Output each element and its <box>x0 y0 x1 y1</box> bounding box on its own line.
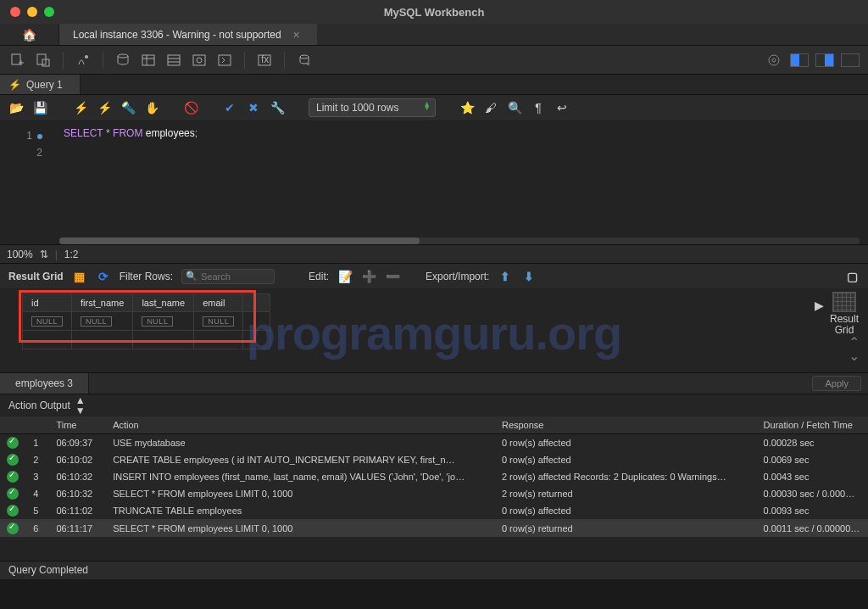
apply-button[interactable]: Apply <box>812 376 861 391</box>
col-header-first-name[interactable]: first_name <box>72 294 133 312</box>
svg-rect-5 <box>142 55 154 65</box>
connection-tab-label: Local instance 3306 - Warning - not supp… <box>73 29 281 41</box>
export-icon[interactable]: ⬆ <box>498 269 513 284</box>
scroll-chevrons[interactable]: ⌃⌄ <box>849 336 860 363</box>
ok-icon <box>7 522 19 534</box>
wrap-cell-icon[interactable]: ▢ <box>844 269 860 284</box>
explain-icon[interactable]: 🔦 <box>120 100 136 115</box>
toggle-whitespace-icon[interactable]: 🔧 <box>270 100 285 115</box>
col-header-last-name[interactable]: last_name <box>133 294 194 312</box>
db-icon[interactable] <box>114 51 132 70</box>
sql-editor[interactable]: 1 2 SELECT * FROM employees; <box>0 120 868 244</box>
action-output-row[interactable]: 106:09:37USE mydatabase0 row(s) affected… <box>0 434 868 452</box>
grid-view-icon[interactable]: ▦ <box>72 269 87 284</box>
filter-rows-label: Filter Rows: <box>120 271 173 282</box>
result-table[interactable]: id first_name last_name email NULL NULL … <box>22 293 270 349</box>
action-output-row[interactable]: 506:11:02TRUNCATE TABLE employees0 row(s… <box>0 502 868 519</box>
null-cell: NULL <box>31 316 63 327</box>
action-output-table: Time Action Response Duration / Fetch Ti… <box>0 416 868 537</box>
svg-point-12 <box>300 55 309 59</box>
wrap-icon[interactable]: ↩ <box>554 100 570 115</box>
main-toolbar: fx <box>0 46 868 75</box>
result-toolbar: Result Grid ▦ ⟳ Filter Rows: Edit: 📝 ➕ ➖… <box>0 263 868 288</box>
ao-col-action[interactable]: Action <box>106 416 495 434</box>
new-sql-tab-icon[interactable] <box>8 51 27 70</box>
import-icon[interactable]: ⬇ <box>521 269 537 284</box>
editor-gutter: 1 2 <box>0 120 51 244</box>
open-sql-icon[interactable] <box>34 51 53 70</box>
action-output-row[interactable]: 606:11:17SELECT * FROM employees LIMIT 0… <box>0 519 868 536</box>
execute-icon[interactable]: ⚡ <box>73 100 88 115</box>
connection-tab[interactable]: Local instance 3306 - Warning - not supp… <box>59 24 317 45</box>
db-table-icon[interactable] <box>164 51 183 70</box>
open-file-icon[interactable]: 📂 <box>8 100 24 115</box>
db-func-icon[interactable]: fx <box>255 51 274 70</box>
db-schema-icon[interactable] <box>139 51 158 70</box>
panel-left-toggle[interactable] <box>790 53 809 67</box>
server-status-icon[interactable] <box>74 51 92 70</box>
stop-icon[interactable]: ✋ <box>144 100 159 115</box>
refresh-icon[interactable]: ⟳ <box>96 269 111 284</box>
table-row[interactable]: NULL NULL NULL NULL <box>23 312 270 331</box>
ok-icon <box>7 505 19 517</box>
favorite-icon[interactable]: ⭐ <box>459 100 475 115</box>
add-row-icon[interactable]: ➕ <box>361 269 376 284</box>
result-tabbar: employees 3 Apply <box>0 372 868 394</box>
svg-point-8 <box>197 58 202 63</box>
home-icon: 🏠 <box>22 28 36 42</box>
action-output-header[interactable]: Action Output ▲▼ <box>0 394 868 416</box>
svg-rect-6 <box>168 55 180 65</box>
db-view-icon[interactable] <box>190 51 209 70</box>
rollback-icon[interactable]: ✖ <box>246 100 261 115</box>
reconnect-icon[interactable] <box>295 51 314 70</box>
cursor-position: 1:2 <box>64 249 79 260</box>
action-output-row[interactable]: 306:10:32INSERT INTO employees (first_na… <box>0 468 868 485</box>
invisible-chars-icon[interactable]: ¶ <box>531 100 546 115</box>
settings-icon[interactable] <box>765 51 783 70</box>
svg-point-13 <box>769 55 779 65</box>
editor-scrollbar[interactable] <box>59 237 860 244</box>
action-output-row[interactable]: 406:10:32SELECT * FROM employees LIMIT 0… <box>0 485 868 502</box>
ao-col-time[interactable]: Time <box>49 416 106 434</box>
result-tab[interactable]: employees 3 <box>0 373 89 394</box>
db-proc-icon[interactable] <box>215 51 234 70</box>
result-grid-side-button[interactable]: Result Grid <box>826 288 863 336</box>
close-tab-icon[interactable]: × <box>290 28 303 42</box>
ao-col-response[interactable]: Response <box>495 416 757 434</box>
updown-icon[interactable]: ▲▼ <box>75 395 86 416</box>
window-titlebar: MySQL Workbench <box>0 0 868 24</box>
execute-step-icon[interactable]: ⚡ <box>97 100 112 115</box>
commit-icon[interactable]: ✔ <box>222 100 237 115</box>
col-header-id[interactable]: id <box>23 294 72 312</box>
filter-rows-input[interactable] <box>181 269 275 284</box>
panel-right-toggle[interactable] <box>841 53 860 67</box>
svg-point-4 <box>118 54 128 58</box>
result-grid-area: programguru.org id first_name last_name … <box>0 288 868 372</box>
col-header-empty <box>243 294 270 312</box>
action-output-label: Action Output <box>8 399 70 411</box>
panel-bottom-toggle[interactable] <box>815 53 834 67</box>
limit-rows-select[interactable]: Limit to 1000 rows <box>309 98 436 117</box>
action-output-row[interactable]: 206:10:02CREATE TABLE employees ( id INT… <box>0 451 868 468</box>
ok-icon <box>7 488 19 500</box>
delete-row-icon[interactable]: ➖ <box>385 269 400 284</box>
home-tab[interactable]: 🏠 <box>0 24 59 45</box>
zoom-updown-icon[interactable]: ⇅ <box>40 249 48 260</box>
beautify-icon[interactable]: 🖌 <box>483 100 498 115</box>
query-tab[interactable]: ⚡ Query 1 <box>0 75 81 94</box>
null-cell: NULL <box>81 316 112 327</box>
find-icon[interactable]: 🔍 <box>507 100 522 115</box>
save-file-icon[interactable]: 💾 <box>32 100 47 115</box>
query-tab-label: Query 1 <box>26 79 63 91</box>
svg-rect-7 <box>193 55 205 65</box>
ok-icon <box>7 471 19 483</box>
svg-point-14 <box>772 59 776 62</box>
ao-col-duration[interactable]: Duration / Fetch Time <box>757 416 868 434</box>
col-header-email[interactable]: email <box>194 294 243 312</box>
limit-rows-label: Limit to 1000 rows <box>316 102 398 114</box>
connection-tabbar: 🏠 Local instance 3306 - Warning - not su… <box>0 24 868 46</box>
edit-row-icon[interactable]: 📝 <box>337 269 353 284</box>
side-panel-arrow-icon[interactable]: ▶ <box>815 299 824 312</box>
table-row[interactable] <box>23 331 270 349</box>
toggle-autocommit-icon[interactable]: 🚫 <box>183 100 198 115</box>
